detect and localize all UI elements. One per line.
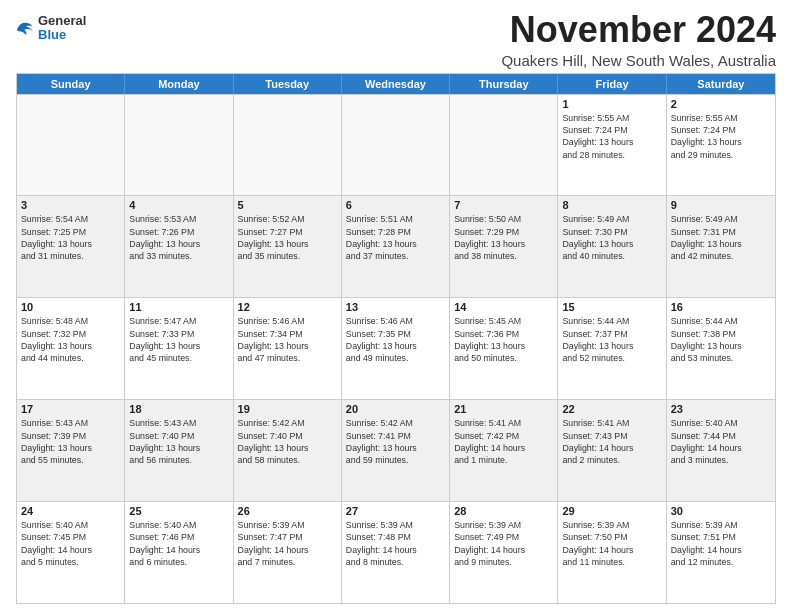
page: General Blue November 2024 Quakers Hill,… (0, 0, 792, 612)
calendar-cell: 19Sunrise: 5:42 AM Sunset: 7:40 PM Dayli… (234, 400, 342, 501)
header-saturday: Saturday (667, 74, 775, 94)
calendar-row-3: 17Sunrise: 5:43 AM Sunset: 7:39 PM Dayli… (17, 399, 775, 501)
calendar-cell: 18Sunrise: 5:43 AM Sunset: 7:40 PM Dayli… (125, 400, 233, 501)
calendar-cell: 9Sunrise: 5:49 AM Sunset: 7:31 PM Daylig… (667, 196, 775, 297)
calendar-cell: 8Sunrise: 5:49 AM Sunset: 7:30 PM Daylig… (558, 196, 666, 297)
logo-bird-icon (16, 19, 36, 37)
day-number: 6 (346, 199, 445, 211)
month-title: November 2024 (501, 10, 776, 50)
calendar-cell: 14Sunrise: 5:45 AM Sunset: 7:36 PM Dayli… (450, 298, 558, 399)
day-info: Sunrise: 5:40 AM Sunset: 7:45 PM Dayligh… (21, 519, 120, 568)
calendar-cell: 25Sunrise: 5:40 AM Sunset: 7:46 PM Dayli… (125, 502, 233, 603)
calendar-row-4: 24Sunrise: 5:40 AM Sunset: 7:45 PM Dayli… (17, 501, 775, 603)
calendar-cell: 4Sunrise: 5:53 AM Sunset: 7:26 PM Daylig… (125, 196, 233, 297)
calendar-cell: 1Sunrise: 5:55 AM Sunset: 7:24 PM Daylig… (558, 95, 666, 196)
calendar-cell (450, 95, 558, 196)
logo-text: General Blue (38, 14, 86, 43)
day-number: 24 (21, 505, 120, 517)
calendar-cell (234, 95, 342, 196)
day-info: Sunrise: 5:49 AM Sunset: 7:31 PM Dayligh… (671, 213, 771, 262)
header-wednesday: Wednesday (342, 74, 450, 94)
day-info: Sunrise: 5:44 AM Sunset: 7:38 PM Dayligh… (671, 315, 771, 364)
day-number: 23 (671, 403, 771, 415)
day-number: 21 (454, 403, 553, 415)
day-info: Sunrise: 5:39 AM Sunset: 7:51 PM Dayligh… (671, 519, 771, 568)
day-number: 18 (129, 403, 228, 415)
header-monday: Monday (125, 74, 233, 94)
day-number: 14 (454, 301, 553, 313)
location-title: Quakers Hill, New South Wales, Australia (501, 52, 776, 69)
title-block: November 2024 Quakers Hill, New South Wa… (501, 10, 776, 69)
day-number: 13 (346, 301, 445, 313)
calendar-cell: 22Sunrise: 5:41 AM Sunset: 7:43 PM Dayli… (558, 400, 666, 501)
calendar-cell: 28Sunrise: 5:39 AM Sunset: 7:49 PM Dayli… (450, 502, 558, 603)
day-info: Sunrise: 5:43 AM Sunset: 7:40 PM Dayligh… (129, 417, 228, 466)
day-info: Sunrise: 5:47 AM Sunset: 7:33 PM Dayligh… (129, 315, 228, 364)
day-number: 27 (346, 505, 445, 517)
day-info: Sunrise: 5:55 AM Sunset: 7:24 PM Dayligh… (562, 112, 661, 161)
day-number: 11 (129, 301, 228, 313)
calendar-cell: 2Sunrise: 5:55 AM Sunset: 7:24 PM Daylig… (667, 95, 775, 196)
day-info: Sunrise: 5:50 AM Sunset: 7:29 PM Dayligh… (454, 213, 553, 262)
day-number: 29 (562, 505, 661, 517)
day-info: Sunrise: 5:39 AM Sunset: 7:48 PM Dayligh… (346, 519, 445, 568)
calendar-cell: 29Sunrise: 5:39 AM Sunset: 7:50 PM Dayli… (558, 502, 666, 603)
day-number: 4 (129, 199, 228, 211)
calendar-cell: 23Sunrise: 5:40 AM Sunset: 7:44 PM Dayli… (667, 400, 775, 501)
calendar-cell: 20Sunrise: 5:42 AM Sunset: 7:41 PM Dayli… (342, 400, 450, 501)
day-number: 16 (671, 301, 771, 313)
day-number: 17 (21, 403, 120, 415)
day-number: 8 (562, 199, 661, 211)
day-number: 28 (454, 505, 553, 517)
header-sunday: Sunday (17, 74, 125, 94)
calendar-row-2: 10Sunrise: 5:48 AM Sunset: 7:32 PM Dayli… (17, 297, 775, 399)
calendar-row-0: 1Sunrise: 5:55 AM Sunset: 7:24 PM Daylig… (17, 94, 775, 196)
header-tuesday: Tuesday (234, 74, 342, 94)
day-number: 2 (671, 98, 771, 110)
day-info: Sunrise: 5:54 AM Sunset: 7:25 PM Dayligh… (21, 213, 120, 262)
calendar-body: 1Sunrise: 5:55 AM Sunset: 7:24 PM Daylig… (17, 94, 775, 603)
day-info: Sunrise: 5:46 AM Sunset: 7:34 PM Dayligh… (238, 315, 337, 364)
day-info: Sunrise: 5:45 AM Sunset: 7:36 PM Dayligh… (454, 315, 553, 364)
calendar-cell: 6Sunrise: 5:51 AM Sunset: 7:28 PM Daylig… (342, 196, 450, 297)
header-thursday: Thursday (450, 74, 558, 94)
calendar-cell: 17Sunrise: 5:43 AM Sunset: 7:39 PM Dayli… (17, 400, 125, 501)
day-info: Sunrise: 5:44 AM Sunset: 7:37 PM Dayligh… (562, 315, 661, 364)
day-info: Sunrise: 5:40 AM Sunset: 7:44 PM Dayligh… (671, 417, 771, 466)
calendar-cell: 3Sunrise: 5:54 AM Sunset: 7:25 PM Daylig… (17, 196, 125, 297)
day-info: Sunrise: 5:40 AM Sunset: 7:46 PM Dayligh… (129, 519, 228, 568)
day-info: Sunrise: 5:55 AM Sunset: 7:24 PM Dayligh… (671, 112, 771, 161)
day-number: 22 (562, 403, 661, 415)
day-number: 3 (21, 199, 120, 211)
logo-general: General (38, 13, 86, 28)
day-info: Sunrise: 5:41 AM Sunset: 7:42 PM Dayligh… (454, 417, 553, 466)
day-info: Sunrise: 5:39 AM Sunset: 7:49 PM Dayligh… (454, 519, 553, 568)
day-info: Sunrise: 5:43 AM Sunset: 7:39 PM Dayligh… (21, 417, 120, 466)
day-info: Sunrise: 5:48 AM Sunset: 7:32 PM Dayligh… (21, 315, 120, 364)
calendar-cell: 27Sunrise: 5:39 AM Sunset: 7:48 PM Dayli… (342, 502, 450, 603)
day-info: Sunrise: 5:42 AM Sunset: 7:40 PM Dayligh… (238, 417, 337, 466)
calendar-cell: 11Sunrise: 5:47 AM Sunset: 7:33 PM Dayli… (125, 298, 233, 399)
day-number: 15 (562, 301, 661, 313)
day-number: 10 (21, 301, 120, 313)
header-friday: Friday (558, 74, 666, 94)
calendar-cell: 30Sunrise: 5:39 AM Sunset: 7:51 PM Dayli… (667, 502, 775, 603)
day-info: Sunrise: 5:49 AM Sunset: 7:30 PM Dayligh… (562, 213, 661, 262)
day-number: 30 (671, 505, 771, 517)
day-number: 7 (454, 199, 553, 211)
day-number: 9 (671, 199, 771, 211)
logo-blue: Blue (38, 27, 66, 42)
calendar-cell: 12Sunrise: 5:46 AM Sunset: 7:34 PM Dayli… (234, 298, 342, 399)
calendar: Sunday Monday Tuesday Wednesday Thursday… (16, 73, 776, 604)
day-info: Sunrise: 5:46 AM Sunset: 7:35 PM Dayligh… (346, 315, 445, 364)
calendar-cell: 15Sunrise: 5:44 AM Sunset: 7:37 PM Dayli… (558, 298, 666, 399)
calendar-cell (342, 95, 450, 196)
calendar-cell: 24Sunrise: 5:40 AM Sunset: 7:45 PM Dayli… (17, 502, 125, 603)
day-number: 20 (346, 403, 445, 415)
day-info: Sunrise: 5:39 AM Sunset: 7:47 PM Dayligh… (238, 519, 337, 568)
day-number: 26 (238, 505, 337, 517)
day-number: 19 (238, 403, 337, 415)
calendar-cell: 5Sunrise: 5:52 AM Sunset: 7:27 PM Daylig… (234, 196, 342, 297)
logo: General Blue (16, 14, 86, 43)
calendar-cell: 10Sunrise: 5:48 AM Sunset: 7:32 PM Dayli… (17, 298, 125, 399)
